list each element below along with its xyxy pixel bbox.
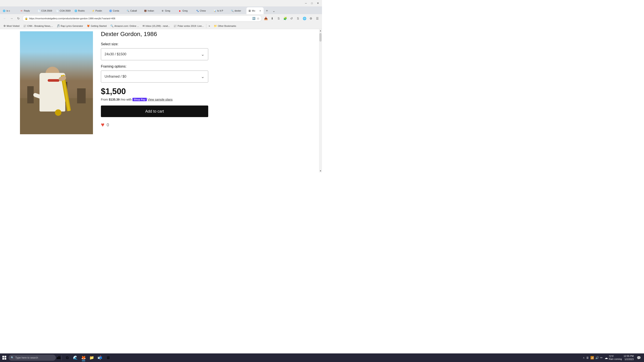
more-menu-icon[interactable]: ☰ [314, 15, 320, 21]
bookmark-star-icon[interactable]: ☆ [257, 17, 260, 20]
tab-tab-indian[interactable]: 🐻Indian [142, 7, 159, 14]
bookmark-7[interactable]: » [207, 23, 212, 28]
tab-title-tab-coa1: COA 3569 [41, 9, 52, 12]
minimize-button[interactable]: ─ [304, 1, 308, 5]
tab-tab-coa2[interactable]: 📄COA 3569 [54, 7, 72, 14]
account-icon[interactable]: S [276, 15, 282, 21]
tab-tab-post[interactable]: ⚡Postin [90, 7, 107, 14]
extensions-icon[interactable]: 🧩 [282, 15, 288, 21]
framing-label: Framing options: [101, 64, 306, 68]
shop-pay-line: From $135.39 /mo with Shop Pay View samp… [101, 98, 306, 101]
tab-tab-dext[interactable]: 🔍dexter [229, 7, 246, 14]
scroll-up-arrow[interactable]: ▲ [319, 29, 322, 32]
tab-favicon-tab-gmail: ✉ [20, 9, 23, 12]
bookmark-label-6: Polar vortex 2019: Live... [178, 25, 204, 27]
bookmark-1[interactable]: 📰CNN - Breaking News,... [22, 23, 55, 28]
tab-scroll-arrows[interactable]: ⌄ [270, 7, 277, 14]
tab-tab-isit[interactable]: 📊Is It P [212, 7, 229, 14]
settings-icon[interactable]: ⚙ [308, 15, 314, 21]
tab-favicon-tab-post: ⚡ [92, 9, 95, 12]
product-title: Dexter Gordon, 1986 [101, 30, 306, 38]
bookmark-label-5: Inbox (15,299) - newt... [146, 25, 170, 27]
tab-title-tab-prev: is c [6, 9, 16, 12]
tab-title-tab-gmail: Reply [24, 9, 34, 12]
add-to-cart-button[interactable]: Add to cart [101, 105, 208, 117]
tab-favicon-tab-prev: 🌐 [2, 9, 6, 12]
tab-title-tab-cont: Conta [113, 9, 123, 12]
back-button[interactable]: ← [2, 15, 8, 21]
translate-icon[interactable]: 🔤 [252, 17, 256, 20]
tab-title-tab-chew: Chew [200, 9, 210, 12]
bookmark-8[interactable]: 📁Other Bookmarks [212, 23, 238, 28]
size-dropdown-value: 24x30 / $1500 [104, 52, 126, 56]
product-details: Dexter Gordon, 1986 Select size: 24x30 /… [96, 29, 319, 172]
bookmark-icon-5: ✉ [142, 24, 145, 27]
tab-tab-gmail[interactable]: ✉Reply [18, 7, 36, 14]
tab-favicon-tab-greg1: ⚙ [161, 9, 164, 12]
tab-tab-chew[interactable]: 🐾Chew [194, 7, 212, 14]
close-button[interactable]: ✕ [316, 1, 320, 5]
new-tab-button[interactable]: + [264, 7, 270, 14]
tab-favicon-tab-indian: 🐻 [144, 9, 147, 12]
size-dropdown[interactable]: 24x30 / $1500 ⌄ [101, 48, 208, 60]
scroll-down-arrow[interactable]: ▼ [319, 169, 322, 172]
scrollbar[interactable]: ▲ ▼ [319, 29, 322, 172]
tab-favicon-tab-chew: 🐾 [196, 9, 199, 12]
wishlist-heart-icon[interactable]: ♥ [101, 121, 104, 128]
tab-close-tab-mo[interactable]: ✕ [258, 9, 262, 12]
view-sample-plans-link[interactable]: View sample plans [148, 98, 172, 101]
size-dropdown-arrow: ⌄ [201, 52, 204, 57]
bookmark-6[interactable]: 📰Polar vortex 2019: Live... [172, 23, 206, 28]
wallet-icon[interactable]: S [295, 15, 301, 21]
tab-title-tab-caball: Caball [130, 9, 140, 12]
page-content: Dexter Gordon, 1986 Select size: 24x30 /… [0, 29, 322, 172]
translate-btn-icon[interactable]: 🌐 [302, 15, 308, 21]
tab-title-tab-greg1: Greg [165, 9, 175, 12]
bookmark-label-1: CNN - Breaking News,... [27, 25, 53, 27]
framing-dropdown[interactable]: Unframed / $0 ⌄ [101, 70, 208, 82]
maximize-button[interactable]: □ [310, 1, 314, 5]
tab-title-tab-mo: Mo [252, 9, 258, 12]
tab-bar: 🌐is c✉Reply📄COA 3569📄COA 3569🌐Rodric⚡Pos… [0, 6, 322, 14]
tab-tab-greg1[interactable]: ⚙Greg [160, 7, 177, 14]
lock-icon: 🔒 [25, 17, 28, 20]
framing-dropdown-arrow: ⌄ [201, 74, 204, 79]
product-image-area [0, 29, 96, 172]
tab-tab-cont[interactable]: 🌀Conta [107, 7, 124, 14]
bookmark-icon-4: 🔍 [110, 24, 114, 27]
nav-bar: ← → ↻ 🔒 https://morrisonhotelgallery.com… [0, 14, 322, 23]
bookmark-5[interactable]: ✉Inbox (15,299) - newt... [141, 23, 172, 28]
bookmarks-bar: ⚙Most Visited📰CNN - Breaking News,...🎵Ra… [0, 23, 322, 29]
tab-favicon-tab-greg2: ▶ [178, 9, 182, 12]
tab-tab-coa1[interactable]: 📄COA 3569 [36, 7, 54, 14]
refresh-button[interactable]: ↻ [16, 15, 22, 21]
tab-tab-rod[interactable]: 🌐Rodric [72, 7, 90, 14]
bookmark-3[interactable]: 🦊Getting Started [85, 23, 108, 28]
bookmark-4[interactable]: 🔍Amazon.com: Online ... [108, 23, 140, 28]
tab-tab-greg2[interactable]: ▶Greg [177, 7, 194, 14]
scroll-thumb[interactable] [320, 33, 322, 42]
tab-title-tab-greg2: Greg [182, 9, 192, 12]
tab-favicon-tab-rod: 🌐 [74, 9, 77, 12]
bookmark-label-4: Amazon.com: Online ... [114, 25, 139, 27]
wishlist-row: ♥ 0 [101, 121, 306, 128]
bookmark-0[interactable]: ⚙Most Visited [2, 23, 21, 28]
download-icon[interactable]: ⬇ [269, 15, 275, 21]
bookmark-2[interactable]: 🎵Rap Lyrics Generator [55, 23, 85, 28]
address-bar[interactable]: 🔒 https://morrisonhotelgallery.com/produ… [22, 15, 262, 22]
tab-tab-prev[interactable]: 🌐is c [1, 7, 18, 14]
bookmark-label-8: Other Bookmarks [218, 25, 236, 27]
browser-chrome: ─ □ ✕ 🌐is c✉Reply📄COA 3569📄COA 3569🌐Rodr… [0, 0, 322, 29]
sync-icon[interactable]: ↺ [288, 15, 294, 21]
product-price: $1,500 [101, 87, 306, 96]
bookmark-icon-1: 📰 [23, 24, 26, 27]
product-image [20, 31, 93, 134]
forward-button[interactable]: → [8, 15, 14, 21]
tab-tab-caball[interactable]: 🔍Caball [125, 7, 142, 14]
pocket-icon[interactable]: 📥 [263, 15, 269, 21]
bookmark-icon-8: 📁 [214, 24, 217, 27]
shop-pay-badge: Shop Pay [132, 98, 146, 101]
address-text: https://morrisonhotelgallery.com/product… [29, 17, 251, 20]
shop-pay-prefix: From [101, 98, 108, 101]
tab-tab-mo[interactable]: 🖼Mo✕ [246, 7, 264, 14]
